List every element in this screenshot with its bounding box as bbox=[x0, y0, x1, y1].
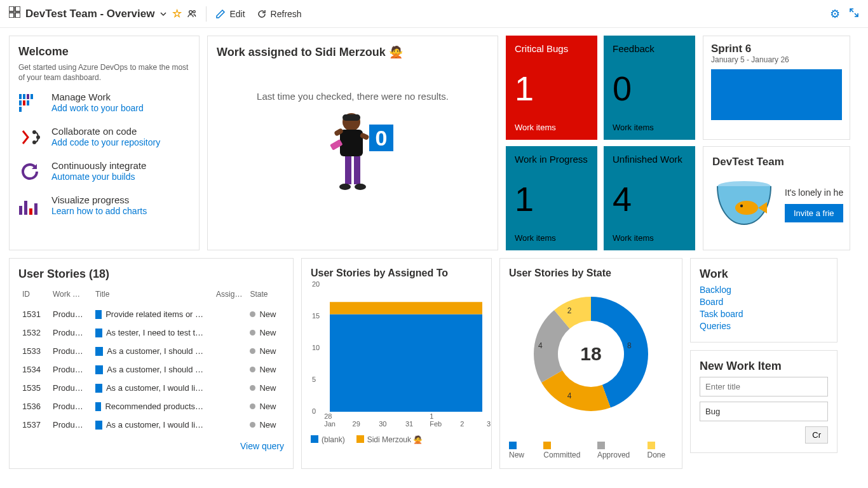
new-item-type-select[interactable]: Bug bbox=[700, 402, 828, 421]
work-item-icon bbox=[95, 402, 101, 411]
work-links-title: Work bbox=[700, 268, 828, 281]
sprint-title: Sprint 6 bbox=[711, 43, 842, 55]
refresh-label: Refresh bbox=[271, 9, 302, 19]
welcome-item-link[interactable]: Automate your builds bbox=[51, 172, 135, 182]
svg-rect-18 bbox=[24, 201, 27, 215]
tile-sub: Work items bbox=[515, 123, 588, 132]
svg-rect-13 bbox=[19, 107, 22, 112]
svg-point-4 bbox=[189, 10, 193, 13]
welcome-item-collaborate: Collaborate on code Add code to your rep… bbox=[18, 126, 190, 149]
welcome-item-ci: Continuously integrate Automate your bui… bbox=[18, 160, 190, 183]
work-assigned-widget: Work assigned to Sidi Merzouk 🙅 Last tim… bbox=[207, 36, 498, 250]
refresh-button[interactable]: Refresh bbox=[257, 9, 302, 19]
table-row[interactable]: 1532Produ…As tester, I need to test t…Ne… bbox=[18, 323, 284, 342]
svg-point-29 bbox=[339, 184, 351, 190]
svg-rect-3 bbox=[15, 13, 20, 18]
welcome-item-visualize: Visualize progress Learn how to add char… bbox=[18, 194, 190, 217]
svg-rect-7 bbox=[23, 94, 25, 99]
view-query-link[interactable]: View query bbox=[240, 441, 284, 451]
tile-value: 1 bbox=[515, 165, 588, 233]
welcome-item-link[interactable]: Learn how to add charts bbox=[51, 206, 147, 216]
board-icon bbox=[18, 92, 41, 114]
col-id[interactable]: ID bbox=[18, 285, 49, 305]
chart-title: User Stories by Assigned To bbox=[311, 268, 482, 279]
fullscreen-icon[interactable] bbox=[849, 8, 859, 20]
stories-by-assignee-widget: User Stories by Assigned To 0510152028Ja… bbox=[301, 258, 492, 469]
table-row[interactable]: 1534Produ…As a customer, I should …New bbox=[18, 360, 284, 379]
tile-title: Unfinished Work bbox=[613, 154, 686, 165]
area-chart-legend: (blank)Sidi Merzouk 🙅 bbox=[311, 435, 482, 444]
table-row[interactable]: 1535Produ…As a customer, I would li…New bbox=[18, 379, 284, 397]
table-row[interactable]: 1536Produ…Recommended products…New bbox=[18, 397, 284, 416]
welcome-item-link[interactable]: Add work to your board bbox=[51, 103, 144, 113]
table-row[interactable]: 1531Produ…Provide related items or …New bbox=[18, 305, 284, 323]
tile-wip[interactable]: Work in Progress 1 Work items bbox=[506, 146, 597, 250]
svg-rect-1 bbox=[15, 6, 20, 11]
link-board[interactable]: Board bbox=[700, 297, 828, 307]
table-row[interactable]: 1537Produ…As a customer, I would li…New bbox=[18, 416, 284, 434]
svg-rect-19 bbox=[29, 208, 32, 215]
edit-button[interactable]: Edit bbox=[215, 9, 245, 19]
create-button[interactable]: Cr bbox=[805, 426, 828, 444]
table-row[interactable]: 1533Produ…As a customer, I should …New bbox=[18, 342, 284, 360]
invite-button[interactable]: Invite a frie bbox=[785, 204, 843, 222]
link-backlog[interactable]: Backlog bbox=[700, 285, 828, 295]
col-title[interactable]: Title bbox=[92, 285, 212, 305]
donut-chart-legend: NewCommittedApprovedDone bbox=[509, 442, 673, 459]
welcome-item-title: Visualize progress bbox=[51, 194, 147, 205]
svg-rect-22 bbox=[342, 114, 360, 121]
welcome-title: Welcome bbox=[18, 45, 190, 58]
svg-point-5 bbox=[193, 10, 196, 13]
team-members-widget: DevTest Team It's lonely in he Invite a … bbox=[703, 146, 850, 250]
welcome-item-title: Collaborate on code bbox=[51, 126, 160, 137]
donut-chart: 188442 bbox=[509, 284, 673, 424]
cycle-icon bbox=[18, 160, 41, 183]
page-header: DevTest Team - Overview ☆ Edit Refresh ⚙ bbox=[0, 0, 868, 28]
welcome-item-link[interactable]: Add code to your repository bbox=[51, 137, 160, 147]
chart-title: User Stories by State bbox=[509, 268, 673, 279]
svg-rect-10 bbox=[23, 100, 25, 105]
divider bbox=[206, 6, 207, 22]
col-state[interactable]: State bbox=[246, 285, 284, 305]
gear-icon[interactable]: ⚙ bbox=[830, 7, 840, 21]
col-assign[interactable]: Assig… bbox=[212, 285, 246, 305]
welcome-item-title: Manage Work bbox=[51, 92, 144, 102]
dashboard-title[interactable]: DevTest Team - Overview bbox=[25, 8, 154, 20]
welcome-item-manage-work: Manage Work Add work to your board bbox=[18, 92, 190, 114]
tile-unfinished[interactable]: Unfinished Work 4 Work items bbox=[604, 146, 695, 250]
user-stories-widget: User Stories (18) ID Work … Title Assig…… bbox=[9, 258, 294, 469]
welcome-item-title: Continuously integrate bbox=[51, 160, 146, 171]
dashboard-icon bbox=[9, 6, 20, 21]
work-item-icon bbox=[95, 365, 103, 374]
tile-value: 0 bbox=[613, 54, 686, 123]
svg-rect-6 bbox=[19, 94, 22, 99]
welcome-widget: Welcome Get started using Azure DevOps t… bbox=[9, 36, 200, 250]
sprint-widget[interactable]: Sprint 6 January 5 - January 26 bbox=[703, 36, 850, 140]
tile-critical-bugs[interactable]: Critical Bugs 1 Work items bbox=[506, 36, 597, 140]
lonely-text: It's lonely in he bbox=[785, 187, 843, 198]
new-work-item-widget: New Work Item Bug Cr bbox=[690, 350, 837, 453]
tile-feedback[interactable]: Feedback 0 Work items bbox=[604, 36, 695, 140]
stories-by-state-widget: User Stories by State 188442 NewCommitte… bbox=[499, 258, 682, 469]
tile-value: 1 bbox=[515, 54, 588, 123]
svg-point-33 bbox=[740, 205, 743, 207]
svg-point-30 bbox=[355, 184, 366, 190]
chevron-down-icon[interactable] bbox=[159, 10, 167, 18]
team-icon[interactable] bbox=[187, 9, 197, 19]
link-queries[interactable]: Queries bbox=[700, 321, 828, 331]
new-item-title-input[interactable] bbox=[700, 377, 828, 396]
star-icon[interactable]: ☆ bbox=[172, 7, 182, 20]
bar-chart-icon bbox=[18, 194, 41, 217]
work-item-icon bbox=[95, 329, 102, 337]
zero-count-badge: 0 bbox=[369, 125, 393, 151]
svg-rect-28 bbox=[354, 156, 360, 184]
welcome-subtitle: Get started using Azure DevOps to make t… bbox=[18, 62, 190, 83]
link-taskboard[interactable]: Task board bbox=[700, 309, 828, 319]
stories-title: User Stories (18) bbox=[18, 268, 284, 281]
svg-rect-11 bbox=[27, 100, 29, 105]
col-worktype[interactable]: Work … bbox=[49, 285, 92, 305]
sprint-burndown-bar bbox=[711, 69, 842, 120]
svg-rect-8 bbox=[27, 94, 29, 99]
svg-rect-9 bbox=[19, 100, 22, 105]
svg-point-32 bbox=[735, 201, 758, 215]
